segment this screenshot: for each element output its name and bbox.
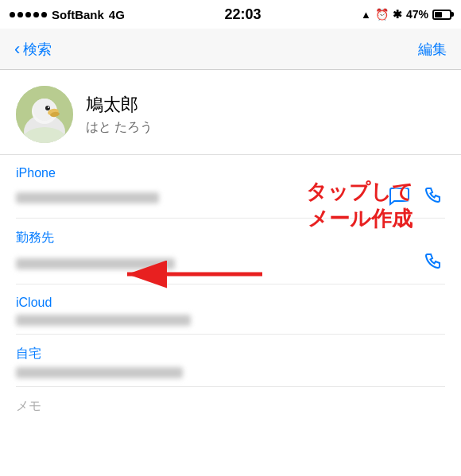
gps-icon: ▲ [361,9,371,21]
field-actions-iphone [388,185,445,213]
alarm-icon: ⏰ [375,8,389,21]
memo-placeholder: メモ [16,399,41,412]
phone-icon-iphone[interactable] [423,185,445,213]
contact-name: 鳩太郎 [86,93,445,117]
status-left: SoftBank 4G [10,8,125,21]
field-value-work[interactable] [16,258,423,273]
avatar-image [16,86,73,143]
bluetooth-icon: ✱ [393,8,402,21]
field-label-iphone: iPhone [16,166,445,180]
contact-reading: はと たろう [86,119,445,136]
field-value-home[interactable] [16,367,445,381]
network-label: 4G [109,8,125,21]
field-label-icloud: iCloud [16,296,445,310]
contact-header: 鳩太郎 はと たろう [0,70,461,155]
signal-dots [10,12,47,17]
message-icon[interactable] [388,185,410,213]
time-label: 22:03 [224,6,261,23]
field-label-home: 自宅 [16,346,445,362]
contact-info: 鳩太郎 はと たろう [86,93,445,136]
field-group-work: 勤務先 [16,219,445,284]
field-value-icloud[interactable] [16,315,445,329]
carrier-label: SoftBank [52,8,104,21]
avatar [16,86,73,143]
status-bar: SoftBank 4G 22:03 ▲ ⏰ ✱ 47% [0,0,461,29]
nav-bar: ‹ 検索 編集 [0,29,461,70]
field-row-work [16,251,445,279]
field-value-iphone[interactable] [16,192,388,207]
edit-button[interactable]: 編集 [418,40,447,59]
blurred-phone-work [16,258,175,269]
svg-point-5 [48,106,49,108]
svg-point-4 [45,106,50,110]
back-button[interactable]: ‹ 検索 [14,40,52,59]
phone-icon-work[interactable] [423,251,445,279]
field-group-home: 自宅 [16,335,445,387]
field-row-iphone [16,185,445,213]
status-right: ▲ ⏰ ✱ 47% [361,8,451,21]
field-group-icloud: iCloud [16,284,445,335]
blurred-phone-home [16,367,183,378]
blurred-phone-iphone [16,192,159,203]
field-actions-work [423,251,445,279]
battery-icon [432,10,451,20]
field-row-home [16,367,445,381]
content-area: iPhone 勤務先 [0,155,461,426]
back-label: 検索 [23,40,52,59]
back-chevron-icon: ‹ [14,41,20,58]
field-row-icloud [16,315,445,329]
field-label-work: 勤務先 [16,230,445,246]
memo-field[interactable]: メモ [16,387,445,426]
field-group-iphone: iPhone [16,155,445,219]
battery-percent: 47% [406,8,428,21]
blurred-email-icloud [16,315,191,326]
